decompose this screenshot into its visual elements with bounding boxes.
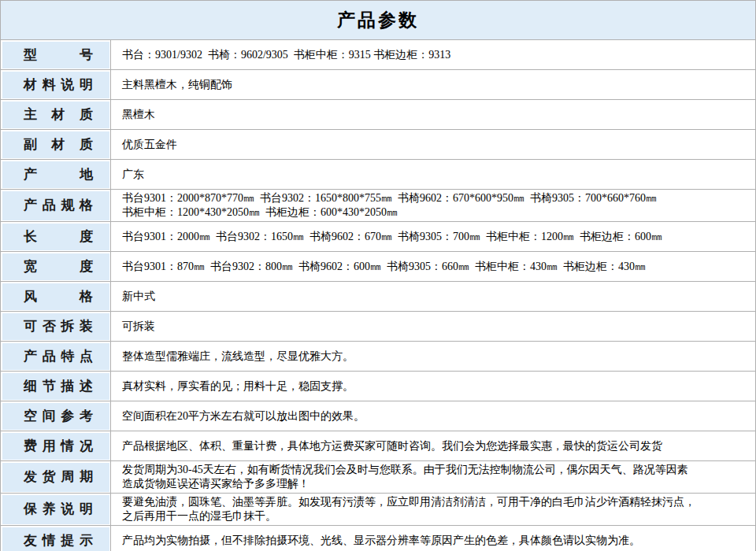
table-row: 长度 书台9301：2000㎜ 书台9302：1650㎜ 书椅9602：670㎜…: [1, 222, 756, 252]
table-row: 可否拆装 可拆装: [1, 312, 756, 342]
param-label-cell: 友情提示: [1, 526, 111, 551]
param-label-cell: 细节描述: [1, 372, 111, 401]
param-label: 副材质: [24, 137, 93, 153]
param-label: 费用情况: [24, 438, 93, 454]
param-label: 可否拆装: [24, 319, 93, 335]
param-value: 整体造型儒雅端庄，流线造型，尽显优雅大方。: [111, 342, 756, 372]
table-row: 费用情况 产品根据地区、体积、重量计费，具体地方运费买家可随时咨询。我们会为您选…: [1, 431, 756, 461]
param-label-cell: 型号: [1, 40, 111, 70]
param-value: 书台：9301/9302 书椅：9602/9305 书柜中柜：9315 书柜边柜…: [111, 40, 756, 70]
param-label-cell: 长度: [1, 222, 111, 252]
param-value: 书台9301：2000㎜ 书台9302：1650㎜ 书椅9602：670㎜ 书椅…: [111, 222, 756, 252]
table-row: 产品特点 整体造型儒雅端庄，流线造型，尽显优雅大方。: [1, 342, 756, 372]
param-label-cell: 发货周期: [1, 461, 111, 494]
table-row: 宽度 书台9301：870㎜ 书台9302：800㎜ 书椅9602：600㎜ 书…: [1, 252, 756, 282]
param-label-cell: 空间参考: [1, 401, 111, 431]
page-title: 产品参数: [1, 1, 756, 40]
param-label-cell: 费用情况: [1, 431, 111, 461]
table-row: 主材质 黑檀木: [1, 100, 756, 130]
param-label: 产品规格: [24, 198, 93, 213]
param-value: 广东: [111, 160, 756, 190]
param-value: 真材实料，厚实看的见；用料十足，稳固支撑。: [111, 372, 756, 401]
param-label: 保养说明: [24, 501, 93, 517]
param-label-cell: 产品特点: [1, 342, 111, 372]
param-value: 书台9301：2000*870*770㎜ 书台9302：1650*800*755…: [111, 190, 756, 222]
header-row: 产品参数: [1, 1, 756, 40]
table-row: 空间参考 空间面积在20平方米左右就可以放出图中的效果。: [1, 401, 756, 431]
param-value: 要避免油渍，圆珠笔、油墨等弄脏。如发现有污渍等，应立即用清洁剂清洁，可用干净的白…: [111, 494, 756, 526]
table-row: 保养说明 要避免油渍，圆珠笔、油墨等弄脏。如发现有污渍等，应立即用清洁剂清洁，可…: [1, 494, 756, 526]
param-label-cell: 副材质: [1, 130, 111, 160]
param-value: 书台9301：870㎜ 书台9302：800㎜ 书椅9602：600㎜ 书椅93…: [111, 252, 756, 282]
table-row: 型号 书台：9301/9302 书椅：9602/9305 书柜中柜：9315 书…: [1, 40, 756, 70]
param-label: 型号: [24, 47, 93, 63]
param-label-cell: 保养说明: [1, 494, 111, 526]
param-value: 新中式: [111, 282, 756, 312]
param-value: 黑檀木: [111, 100, 756, 130]
product-parameters-table: 产品参数 型号 书台：9301/9302 书椅：9602/9305 书柜中柜：9…: [0, 0, 756, 551]
param-value: 主料黑檀木，纯铜配饰: [111, 70, 756, 100]
param-label: 主材质: [24, 107, 93, 123]
table-row: 风格 新中式: [1, 282, 756, 312]
param-label: 产品特点: [24, 349, 93, 364]
param-value: 空间面积在20平方米左右就可以放出图中的效果。: [111, 401, 756, 431]
param-value: 可拆装: [111, 312, 756, 342]
param-label-cell: 风格: [1, 282, 111, 312]
param-value: 产品根据地区、体积、重量计费，具体地方运费买家可随时咨询。我们会为您选择最实惠，…: [111, 431, 756, 461]
param-label: 空间参考: [24, 409, 93, 424]
param-label: 发货周期: [24, 469, 93, 485]
param-label-cell: 宽度: [1, 252, 111, 282]
param-label: 材料说明: [24, 77, 93, 93]
param-label: 产地: [24, 167, 93, 183]
table-row: 发货周期 发货周期为30-45天左右，如有断货情况我们会及时与您联系。由于我们无…: [1, 461, 756, 494]
param-label: 风格: [24, 289, 93, 305]
table-row: 细节描述 真材实料，厚实看的见；用料十足，稳固支撑。: [1, 372, 756, 401]
table-row: 友情提示 产品均为实物拍摄，但不排除拍摄环境、光线、显示器分辨率等原因产生的色差…: [1, 526, 756, 551]
table-row: 产地 广东: [1, 160, 756, 190]
param-label: 宽度: [24, 259, 93, 275]
param-label: 细节描述: [24, 379, 93, 394]
param-label: 友情提示: [24, 533, 93, 549]
param-value: 产品均为实物拍摄，但不排除拍摄环境、光线、显示器分辨率等原因产生的色差，具体颜色…: [111, 526, 756, 551]
table-row: 副材质 优质五金件: [1, 130, 756, 160]
param-value: 优质五金件: [111, 130, 756, 160]
table-row: 产品规格 书台9301：2000*870*770㎜ 书台9302：1650*80…: [1, 190, 756, 222]
param-label-cell: 可否拆装: [1, 312, 111, 342]
table-row: 材料说明 主料黑檀木，纯铜配饰: [1, 70, 756, 100]
param-value: 发货周期为30-45天左右，如有断货情况我们会及时与您联系。由于我们无法控制物流…: [111, 461, 756, 494]
param-label-cell: 产地: [1, 160, 111, 190]
param-label-cell: 材料说明: [1, 70, 111, 100]
param-label-cell: 主材质: [1, 100, 111, 130]
param-label: 长度: [24, 229, 93, 245]
table-body: 产品参数 型号 书台：9301/9302 书椅：9602/9305 书柜中柜：9…: [1, 1, 756, 551]
param-label-cell: 产品规格: [1, 190, 111, 222]
